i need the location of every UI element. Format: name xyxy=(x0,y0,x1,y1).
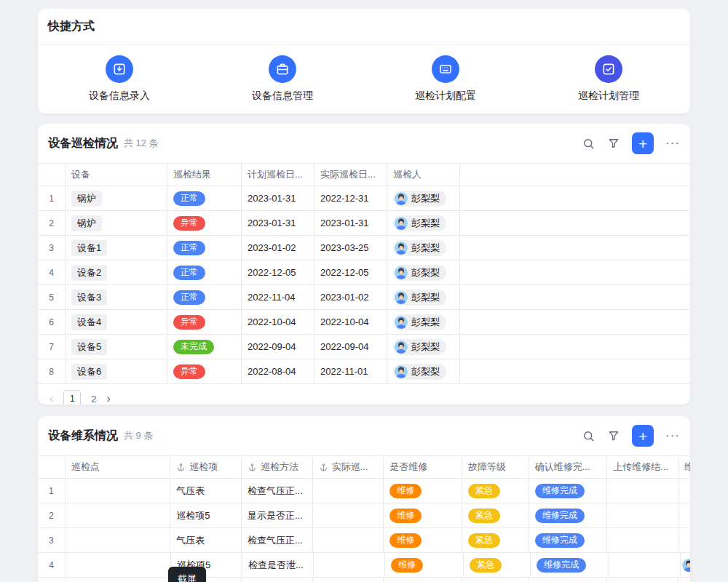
col-device[interactable]: 设备 xyxy=(66,164,167,186)
add-record-button[interactable]: + xyxy=(632,425,654,447)
cell-device[interactable]: 锅炉 xyxy=(66,186,167,210)
cell-point[interactable] xyxy=(66,503,170,527)
cell-repair[interactable]: 维修 xyxy=(384,479,462,503)
cell-actual[interactable] xyxy=(313,479,384,503)
cell-result[interactable]: 异常 xyxy=(167,310,242,334)
shortcut-device-entry[interactable]: 设备信息录入 xyxy=(38,55,201,103)
row-number[interactable]: 2 xyxy=(38,503,66,527)
cell-plan-date[interactable]: 2022-11-04 xyxy=(242,285,314,309)
cell-upload[interactable] xyxy=(607,578,678,582)
more-menu-button[interactable]: ··· xyxy=(665,428,680,443)
cell-inspector[interactable]: 彭梨梨 xyxy=(387,285,460,309)
cell-repair[interactable]: 维修 xyxy=(384,503,462,527)
cell-point[interactable] xyxy=(66,528,170,552)
row-number[interactable]: 1 xyxy=(38,186,66,210)
cell-actual[interactable] xyxy=(313,578,384,582)
cell-last[interactable] xyxy=(681,553,690,577)
row-number[interactable]: 1 xyxy=(38,479,66,503)
add-record-button[interactable]: + xyxy=(632,132,654,154)
cell-result[interactable]: 异常 xyxy=(167,359,242,383)
cell-confirm[interactable]: 维修完成 xyxy=(529,479,608,503)
col-confirm[interactable]: 确认维修完... xyxy=(529,456,608,478)
cell-item[interactable]: 气压表 xyxy=(170,479,242,503)
shortcut-plan-config[interactable]: 巡检计划配置 xyxy=(364,55,527,103)
cell-level[interactable]: 紧急 xyxy=(462,528,529,552)
cell-repair[interactable]: 维修 xyxy=(384,578,462,582)
row-number[interactable]: 2 xyxy=(38,211,66,235)
cell-actual-date[interactable]: 2022-10-04 xyxy=(314,310,387,334)
cell-repair[interactable]: 维修 xyxy=(384,528,462,552)
row-number[interactable]: 5 xyxy=(38,578,66,582)
cell-device[interactable]: 设备2 xyxy=(66,260,167,284)
cell-confirm[interactable]: 维修完成 xyxy=(529,528,608,552)
row-number[interactable]: 5 xyxy=(38,285,66,309)
cell-actual[interactable] xyxy=(313,503,384,527)
filter-icon[interactable] xyxy=(607,137,620,150)
col-method[interactable]: 巡检方法 xyxy=(242,456,313,478)
cell-method[interactable]: 检查是否泄... xyxy=(242,553,314,577)
row-number[interactable]: 4 xyxy=(38,260,66,284)
filter-icon[interactable] xyxy=(607,429,620,442)
row-number[interactable]: 6 xyxy=(38,310,66,334)
row-number[interactable]: 4 xyxy=(38,553,66,577)
row-number[interactable]: 3 xyxy=(38,236,66,260)
pagination-next-icon[interactable]: › xyxy=(107,392,111,404)
cell-device[interactable]: 设备6 xyxy=(66,359,167,383)
col-repair[interactable]: 是否维修 xyxy=(384,456,462,478)
col-last[interactable]: 维... xyxy=(678,456,690,478)
cell-actual-date[interactable]: 2022-09-04 xyxy=(314,335,387,359)
cell-result[interactable]: 正常 xyxy=(167,285,242,309)
cell-level[interactable]: 一般 xyxy=(462,578,529,582)
cell-result[interactable]: 正常 xyxy=(167,236,242,260)
cell-result[interactable]: 未完成 xyxy=(167,335,242,359)
cell-device[interactable]: 设备5 xyxy=(66,335,167,359)
cell-confirm[interactable]: 维修完成 xyxy=(529,503,608,527)
cell-method[interactable]: 检查气压正... xyxy=(242,479,313,503)
cell-method[interactable]: 显示是否正... xyxy=(242,578,313,582)
cell-actual-date[interactable]: 2022-11-01 xyxy=(314,359,387,383)
cell-level[interactable]: 紧急 xyxy=(462,479,529,503)
cell-result[interactable]: 正常 xyxy=(167,186,242,210)
cell-point[interactable] xyxy=(66,578,170,582)
cell-plan-date[interactable]: 2022-09-04 xyxy=(242,335,314,359)
cell-inspector[interactable]: 彭梨梨 xyxy=(387,211,460,235)
cell-confirm[interactable]: 维修完成 xyxy=(529,578,608,582)
cell-actual[interactable] xyxy=(313,528,384,552)
row-number[interactable]: 7 xyxy=(38,335,66,359)
cell-plan-date[interactable]: 2023-01-02 xyxy=(242,236,314,260)
cell-upload[interactable] xyxy=(609,553,681,577)
cell-inspector[interactable]: 彭梨梨 xyxy=(387,236,460,260)
cell-level[interactable]: 紧急 xyxy=(464,553,531,577)
cell-device[interactable]: 锅炉 xyxy=(66,211,167,235)
shortcut-device-manage[interactable]: 设备信息管理 xyxy=(201,55,364,103)
col-inspector[interactable]: 巡检人 xyxy=(387,164,460,186)
col-item[interactable]: 巡检项 xyxy=(170,456,242,478)
cell-level[interactable]: 紧急 xyxy=(462,503,529,527)
cell-point[interactable] xyxy=(66,479,170,503)
cell-actual[interactable] xyxy=(314,553,385,577)
search-icon[interactable] xyxy=(582,137,596,151)
row-number[interactable]: 3 xyxy=(38,528,66,552)
cell-last[interactable] xyxy=(678,528,690,552)
col-actual[interactable]: 实际巡... xyxy=(313,456,384,478)
pagination-page-1[interactable]: 1 xyxy=(63,390,81,404)
col-plan-date[interactable]: 计划巡检日... xyxy=(242,164,314,186)
cell-item[interactable]: 巡检项5 xyxy=(170,503,242,527)
cell-upload[interactable] xyxy=(607,479,678,503)
pagination-page-2[interactable]: 2 xyxy=(91,394,96,404)
cell-repair[interactable]: 维修 xyxy=(385,553,464,577)
cell-last[interactable] xyxy=(678,578,690,582)
col-level[interactable]: 故障等级 xyxy=(462,456,529,478)
cell-plan-date[interactable]: 2022-12-05 xyxy=(242,260,314,284)
cell-inspector[interactable]: 彭梨梨 xyxy=(387,335,460,359)
cell-inspector[interactable]: 彭梨梨 xyxy=(387,260,460,284)
cell-result[interactable]: 正常 xyxy=(167,260,242,284)
cell-inspector[interactable]: 彭梨梨 xyxy=(387,186,460,210)
cell-device[interactable]: 设备3 xyxy=(66,285,167,309)
cell-item[interactable]: 气压表 xyxy=(170,528,242,552)
cell-result[interactable]: 异常 xyxy=(167,211,242,235)
cell-upload[interactable] xyxy=(607,528,678,552)
cell-last[interactable] xyxy=(678,503,690,527)
cell-method[interactable]: 检查气压正... xyxy=(242,528,313,552)
cell-actual-date[interactable]: 2022-12-05 xyxy=(314,260,387,284)
